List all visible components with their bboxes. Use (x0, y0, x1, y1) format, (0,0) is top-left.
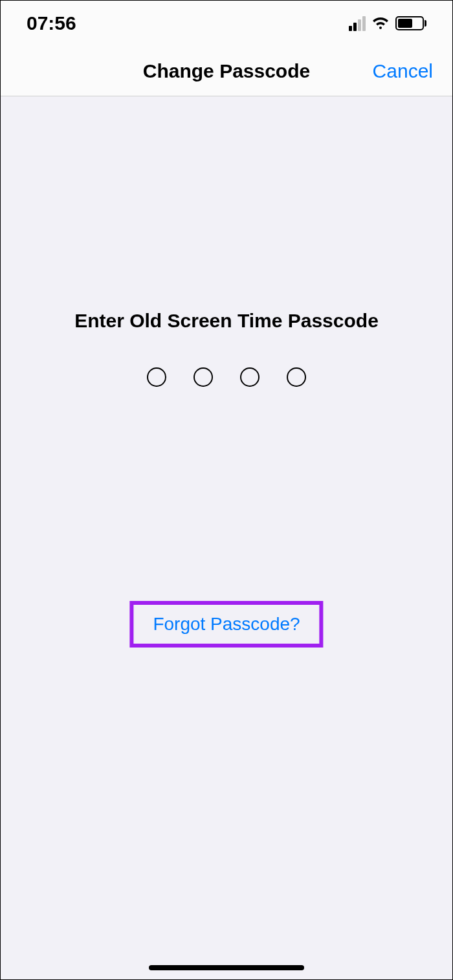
passcode-dot-2 (193, 367, 213, 387)
forgot-passcode-highlight: Forgot Passcode? (129, 601, 323, 648)
passcode-input[interactable] (1, 367, 452, 387)
passcode-dot-3 (240, 367, 260, 387)
passcode-dot-4 (287, 367, 306, 387)
status-icons (349, 16, 426, 31)
status-time: 07:56 (27, 12, 76, 34)
passcode-dot-1 (147, 367, 166, 387)
cancel-button[interactable]: Cancel (373, 60, 433, 82)
passcode-prompt: Enter Old Screen Time Passcode (1, 310, 452, 332)
cellular-icon (349, 16, 366, 31)
content-area: Enter Old Screen Time Passcode Forgot Pa… (1, 96, 452, 979)
wifi-icon (371, 16, 390, 30)
status-bar: 07:56 (1, 1, 452, 46)
battery-icon (395, 16, 426, 30)
nav-bar: Change Passcode Cancel (1, 46, 452, 96)
forgot-passcode-link[interactable]: Forgot Passcode? (153, 614, 300, 635)
home-indicator[interactable] (149, 965, 304, 970)
page-title: Change Passcode (143, 60, 310, 82)
